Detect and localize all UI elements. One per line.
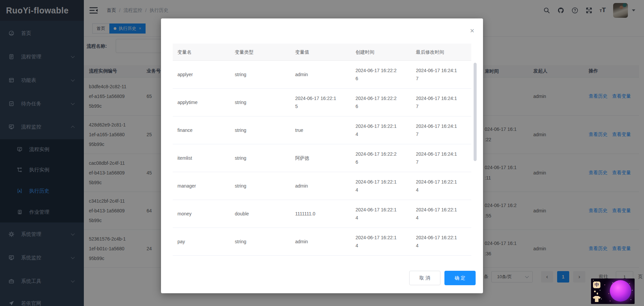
- column-header-modified-time: 最后修改时间: [416, 44, 471, 61]
- var-value-cell: 2024-06-17 16:22:15: [295, 89, 356, 116]
- var-type-cell: string: [235, 61, 295, 89]
- created-time-cell: 2024-06-17 16:22:14: [356, 172, 416, 200]
- cancel-button[interactable]: 取 消: [409, 271, 440, 285]
- variables-table-header: 变量名 变量类型 变量值 创建时间 最后修改时间: [173, 44, 471, 61]
- close-icon[interactable]: ×: [470, 27, 474, 35]
- var-value-cell: 阿萨德: [295, 144, 356, 172]
- stars-decoration: [593, 280, 594, 280]
- created-time-cell: 2024-06-17 16:22:26: [356, 89, 416, 116]
- var-name-cell: applytime: [173, 89, 235, 116]
- modified-time-cell: 2024-06-17 16:22:14: [416, 200, 471, 228]
- var-value-cell: admin: [295, 228, 356, 256]
- column-header-var-value: 变量值: [295, 44, 356, 61]
- created-time-cell: 2024-06-17 16:22:14: [356, 116, 416, 144]
- sticker-badge: 中: [593, 282, 600, 288]
- var-type-cell: string: [235, 172, 295, 200]
- galaxy-sticker[interactable]: 中: [591, 278, 635, 304]
- variable-row: money double 1111111.0 2024-06-17 16:22:…: [173, 200, 471, 228]
- var-type-cell: string: [235, 116, 295, 144]
- var-type-cell: string: [235, 144, 295, 172]
- var-name-cell: finance: [173, 116, 235, 144]
- var-name-cell: money: [173, 200, 235, 228]
- modified-time-cell: 2024-06-17 16:24:17: [416, 89, 471, 116]
- app-root: RuoYi-flowable 首页 流程管理 功能表 待办任务: [0, 0, 644, 306]
- variable-row: pay string admin 2024-06-17 16:22:14 202…: [173, 228, 471, 256]
- modal-footer: 取 消 确 定: [409, 271, 476, 285]
- var-type-cell: string: [235, 89, 295, 116]
- var-type-cell: string: [235, 228, 295, 256]
- modified-time-cell: 2024-06-17 16:24:17: [416, 116, 471, 144]
- var-value-cell: admin: [295, 61, 356, 89]
- sticker-dot: [594, 291, 596, 292]
- modified-time-cell: 2024-06-17 16:24:17: [416, 61, 471, 89]
- variable-row: applytime string 2024-06-17 16:22:15 202…: [173, 89, 471, 116]
- var-type-cell: double: [235, 200, 295, 228]
- created-time-cell: 2024-06-17 16:22:26: [356, 144, 416, 172]
- var-name-cell: pay: [173, 228, 235, 256]
- variables-table: 变量名 变量类型 变量值 创建时间 最后修改时间 applyer string …: [173, 44, 471, 256]
- column-header-var-name: 变量名: [173, 44, 235, 61]
- created-time-cell: 2024-06-17 16:22:14: [356, 200, 416, 228]
- variable-row: manager string admin 2024-06-17 16:22:14…: [173, 172, 471, 200]
- var-value-cell: true: [295, 116, 356, 144]
- tshirt-icon: [593, 296, 601, 302]
- var-value-cell: admin: [295, 172, 356, 200]
- var-name-cell: applyer: [173, 61, 235, 89]
- column-header-created-time: 创建时间: [356, 44, 416, 61]
- var-value-cell: 1111111.0: [295, 200, 356, 228]
- var-name-cell: itemlist: [173, 144, 235, 172]
- modified-time-cell: 2024-06-17 16:22:14: [416, 172, 471, 200]
- var-name-cell: manager: [173, 172, 235, 200]
- variables-dialog: × 变量名 变量类型 变量值 创建时间 最后修改时间 applyer strin…: [161, 18, 483, 293]
- created-time-cell: 2024-06-17 16:22:26: [356, 61, 416, 89]
- modified-time-cell: 2024-06-17 16:24:17: [416, 144, 471, 172]
- modal-scrollbar-thumb[interactable]: [474, 63, 477, 161]
- modified-time-cell: 2024-06-17 16:22:14: [416, 228, 471, 256]
- variable-row: applyer string admin 2024-06-17 16:22:26…: [173, 61, 471, 89]
- column-header-var-type: 变量类型: [235, 44, 295, 61]
- variable-row: finance string true 2024-06-17 16:22:14 …: [173, 116, 471, 144]
- confirm-button[interactable]: 确 定: [444, 271, 476, 285]
- purple-planet-icon: [610, 280, 631, 302]
- variable-row: itemlist string 阿萨德 2024-06-17 16:22:26 …: [173, 144, 471, 172]
- created-time-cell: 2024-06-17 16:22:14: [356, 228, 416, 256]
- sticker-dot: [597, 293, 598, 295]
